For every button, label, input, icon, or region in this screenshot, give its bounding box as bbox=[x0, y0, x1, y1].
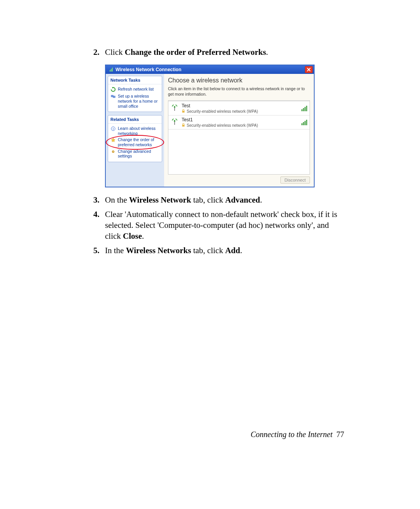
svg-rect-1 bbox=[111, 69, 112, 72]
signal-icon bbox=[301, 105, 307, 111]
titlebar: Wireless Network Connection bbox=[106, 65, 314, 74]
network-item[interactable]: Test1 Security-enabled wireless network … bbox=[168, 115, 310, 129]
related-tasks-box: Related Tasks i Learn about wireless net… bbox=[108, 115, 162, 162]
text: Click bbox=[105, 47, 125, 57]
network-tasks-box: Network Tasks Refresh network list Set u… bbox=[108, 76, 162, 112]
section-title: Connecting to the Internet bbox=[250, 430, 332, 439]
network-name: Test bbox=[182, 103, 298, 108]
step-body: In the Wireless Networks tab, click Add. bbox=[105, 245, 344, 256]
svg-rect-4 bbox=[113, 96, 115, 98]
network-list: Test Security-enabled wireless network (… bbox=[168, 100, 310, 175]
svg-rect-3 bbox=[111, 95, 113, 97]
star-icon bbox=[110, 137, 116, 143]
lock-icon bbox=[182, 123, 185, 128]
step-body: Click Change the order of Preferred Netw… bbox=[105, 47, 344, 58]
related-tasks-header: Related Tasks bbox=[108, 115, 162, 124]
network-name: Test1 bbox=[182, 117, 298, 122]
screenshot-wireless-dialog: Wireless Network Connection Network Task… bbox=[105, 65, 315, 187]
svg-rect-2 bbox=[112, 68, 113, 72]
svg-point-12 bbox=[174, 120, 175, 122]
page-number: 77 bbox=[336, 430, 344, 439]
left-panel: Network Tasks Refresh network list Set u… bbox=[106, 74, 164, 187]
text: tab, click bbox=[191, 195, 225, 205]
antenna-icon bbox=[171, 118, 178, 126]
related-advanced[interactable]: Change advanced settings bbox=[109, 148, 161, 159]
svg-rect-14 bbox=[182, 125, 185, 127]
text: On the bbox=[105, 195, 129, 205]
wireless-icon bbox=[108, 67, 114, 72]
text: . bbox=[240, 246, 242, 255]
svg-rect-13 bbox=[174, 122, 175, 125]
bold: Wireless Network bbox=[129, 195, 191, 205]
text: In the bbox=[105, 246, 126, 255]
related-change-order[interactable]: Change the order of preferred networks bbox=[109, 136, 161, 148]
task-label: Change advanced settings bbox=[118, 149, 159, 159]
text: . bbox=[260, 195, 262, 205]
bold: Advanced bbox=[225, 195, 260, 205]
bold: Close bbox=[123, 231, 142, 241]
task-refresh[interactable]: Refresh network list bbox=[109, 86, 161, 93]
task-label: Learn about wireless networking bbox=[118, 126, 159, 136]
step-body: On the Wireless Network tab, click Advan… bbox=[105, 194, 344, 205]
network-security: Security-enabled wireless network (WPA) bbox=[187, 123, 258, 128]
setup-network-icon bbox=[110, 94, 116, 99]
bold: Change the order of Preferred Networks bbox=[125, 47, 266, 57]
step-number: 5. bbox=[93, 245, 105, 256]
svg-text:i: i bbox=[113, 127, 114, 131]
step-5: 5. In the Wireless Networks tab, click A… bbox=[93, 245, 344, 256]
lock-icon bbox=[182, 109, 185, 114]
antenna-icon bbox=[171, 104, 178, 112]
step-4: 4. Clear 'Automatically connect to non-d… bbox=[93, 209, 344, 242]
network-item[interactable]: Test Security-enabled wireless network (… bbox=[168, 101, 310, 115]
close-icon bbox=[307, 68, 311, 72]
bold: Add bbox=[225, 246, 240, 255]
svg-rect-10 bbox=[174, 108, 175, 111]
step-body: Clear 'Automatically connect to non-defa… bbox=[105, 209, 344, 242]
gear-icon bbox=[110, 149, 116, 154]
task-label: Change the order of preferred networks bbox=[118, 137, 159, 147]
page-footer: Connecting to the Internet77 bbox=[250, 430, 344, 439]
right-panel: Choose a wireless network Click an item … bbox=[164, 74, 314, 187]
choose-network-subtext: Click an item in the list below to conne… bbox=[168, 86, 310, 97]
text: tab, click bbox=[191, 246, 225, 255]
network-tasks-header: Network Tasks bbox=[108, 76, 162, 84]
step-2: 2. Click Change the order of Preferred N… bbox=[93, 47, 344, 58]
window-title: Wireless Network Connection bbox=[116, 67, 305, 72]
text: . bbox=[266, 47, 268, 57]
svg-point-8 bbox=[113, 151, 114, 152]
step-number: 2. bbox=[93, 47, 105, 58]
task-label: Refresh network list bbox=[118, 87, 154, 92]
step-3: 3. On the Wireless Network tab, click Ad… bbox=[93, 194, 344, 205]
step-number: 4. bbox=[93, 209, 105, 242]
close-button[interactable] bbox=[305, 66, 313, 73]
svg-rect-11 bbox=[182, 111, 185, 113]
network-security: Security-enabled wireless network (WPA) bbox=[187, 109, 258, 114]
task-setup-network[interactable]: Set up a wireless network for a home or … bbox=[109, 93, 161, 109]
bold: Wireless Networks bbox=[126, 246, 191, 255]
disconnect-button[interactable]: Disconnect bbox=[280, 177, 310, 184]
svg-point-9 bbox=[174, 106, 175, 108]
signal-icon bbox=[301, 119, 307, 125]
step-number: 3. bbox=[93, 194, 105, 205]
task-label: Set up a wireless network for a home or … bbox=[118, 94, 159, 108]
info-icon: i bbox=[110, 126, 116, 131]
choose-network-header: Choose a wireless network bbox=[168, 77, 310, 84]
related-learn[interactable]: i Learn about wireless networking bbox=[109, 125, 161, 136]
svg-rect-0 bbox=[110, 70, 110, 72]
text: . bbox=[142, 231, 144, 241]
refresh-icon bbox=[110, 87, 116, 92]
